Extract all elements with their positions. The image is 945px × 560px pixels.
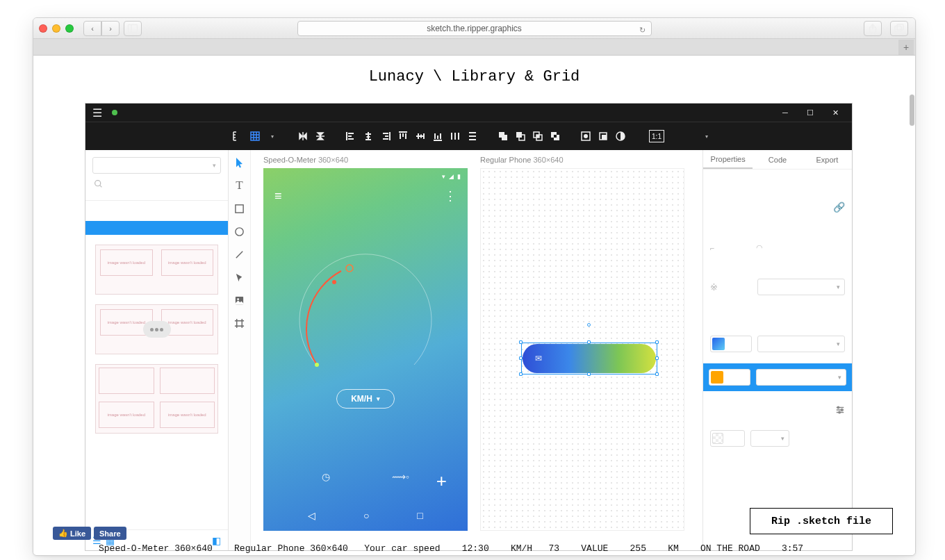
page-list: image wasn't loaded image wasn't loaded …	[85, 200, 228, 529]
border-dropdown[interactable]: ▾	[750, 430, 789, 447]
align-right-icon[interactable]	[379, 130, 392, 142]
maximize-button[interactable]: ☐	[798, 104, 823, 121]
rect-tool-icon[interactable]	[233, 201, 247, 215]
svg-rect-16	[236, 204, 243, 212]
minimize-button[interactable]: ─	[773, 104, 798, 121]
svg-point-23	[837, 406, 839, 409]
svg-point-11	[584, 134, 588, 138]
close-window-button[interactable]	[39, 24, 47, 33]
app-toolbar: ▾	[85, 122, 852, 150]
page-picker-input[interactable]: ▾	[92, 157, 221, 174]
artboard-dims: 360×640	[318, 156, 348, 164]
scrollbar-thumb[interactable]	[910, 94, 914, 126]
distribute-h-icon[interactable]	[449, 130, 461, 142]
new-tab-button[interactable]: +	[898, 40, 914, 55]
fill-settings-icon[interactable]	[710, 402, 845, 420]
url-text: sketch.the.ripper.graphics	[427, 24, 522, 33]
artboard-regular-phone[interactable]: ✉	[480, 168, 684, 531]
inventory-line: Speed-O-Meter 360×640 Regular Phone 360×…	[99, 543, 887, 554]
thumbs-up-icon: 👍	[58, 529, 68, 538]
pen-tool-icon[interactable]	[233, 270, 247, 284]
border-swatch[interactable]	[710, 430, 745, 447]
left-panel: ▾ image wasn't loaded image wasn't loade…	[85, 150, 229, 550]
align-hcenter-icon[interactable]	[362, 130, 375, 142]
svg-rect-0	[129, 24, 138, 32]
bool-subtract-icon[interactable]	[514, 130, 527, 142]
flip-v-icon[interactable]	[314, 130, 327, 142]
hamburger-icon[interactable]: ☰	[92, 106, 102, 120]
link-icon[interactable]: 🔗	[710, 201, 845, 233]
thumb-placeholder: image wasn't loaded	[161, 249, 214, 276]
align-bottom-icon[interactable]	[432, 130, 444, 142]
page-thumb[interactable]: image wasn't loaded image wasn't loaded	[95, 245, 218, 295]
align-top-icon[interactable]	[397, 130, 409, 142]
fb-share-button[interactable]: Share	[94, 527, 126, 540]
svg-rect-9	[536, 135, 539, 138]
fill-row-selected[interactable]: ▾	[703, 363, 852, 391]
address-bar[interactable]: sketch.the.ripper.graphics ↻	[297, 21, 652, 36]
zoom-dropdown-icon[interactable]: ▾	[700, 130, 713, 142]
status-bar: ▾◢▮	[263, 168, 468, 182]
ruler-icon[interactable]	[231, 130, 244, 142]
crop-icon[interactable]	[597, 130, 609, 142]
align-vcenter-icon[interactable]	[414, 130, 427, 142]
text-tool-icon[interactable]: T	[233, 179, 247, 192]
artboard-tool-icon[interactable]	[233, 316, 247, 330]
page-thumb[interactable]: image wasn't loaded image wasn't loaded	[95, 304, 218, 354]
bool-intersect-icon[interactable]	[532, 130, 544, 142]
canvas[interactable]: Speed-O-Meter 360×640 Regular Phone 360×…	[251, 150, 702, 550]
image-tool-icon[interactable]	[233, 293, 247, 307]
tab-code[interactable]: Code	[753, 150, 802, 169]
share-button[interactable]	[864, 21, 882, 36]
maximize-window-button[interactable]	[65, 24, 74, 33]
tabs-button[interactable]	[890, 21, 908, 36]
search-icon[interactable]	[94, 179, 228, 190]
select-tool-icon[interactable]	[233, 156, 247, 170]
sidebar-toggle-button[interactable]	[124, 21, 142, 36]
fb-like-button[interactable]: 👍Like	[53, 527, 91, 540]
tab-properties[interactable]: Properties	[703, 150, 753, 169]
close-button[interactable]: ✕	[823, 104, 848, 121]
mask-icon[interactable]	[580, 130, 592, 142]
fill-mode-dropdown[interactable]: ▾	[756, 369, 846, 386]
flip-h-icon[interactable]	[297, 130, 309, 142]
grid-dropdown-icon[interactable]: ▾	[266, 130, 279, 142]
saved-indicator-icon	[112, 110, 117, 115]
blend-dropdown[interactable]: ▾	[757, 279, 845, 295]
route-icon: ⟿◦	[392, 471, 409, 482]
bool-difference-icon[interactable]	[549, 130, 561, 142]
page-title: Lunacy \ Library & Grid	[33, 56, 915, 94]
bool-union-icon[interactable]	[497, 130, 509, 142]
artboard-dims: 360×640	[533, 156, 563, 164]
minimize-window-button[interactable]	[52, 24, 60, 33]
align-left-icon[interactable]	[345, 130, 357, 142]
oval-tool-icon[interactable]	[233, 224, 247, 238]
artboard-speedometer[interactable]: ▾◢▮ ≡ ⋮ KM/H▾	[263, 168, 468, 531]
signal-icon: ◢	[449, 173, 454, 180]
blend-icon: ※	[710, 282, 752, 293]
svg-point-24	[841, 409, 843, 411]
page-thumb[interactable]: image wasn't loadedimage wasn't loaded	[95, 364, 218, 434]
distribute-v-icon[interactable]	[466, 130, 479, 142]
fill-mode-dropdown[interactable]: ▾	[757, 336, 845, 352]
fill-swatch[interactable]	[710, 336, 752, 352]
svg-point-20	[315, 363, 319, 367]
rip-sketch-button[interactable]: Rip .sketch file	[750, 508, 893, 534]
selection-box	[521, 343, 657, 374]
svg-rect-4	[897, 24, 903, 30]
contrast-icon[interactable]	[614, 130, 627, 142]
zoom-11-icon[interactable]: 1:1	[649, 130, 664, 142]
forward-button[interactable]: ›	[101, 21, 120, 36]
artboard-name: Speed-O-Meter	[263, 156, 316, 164]
gauge-icon	[293, 243, 438, 389]
reload-icon[interactable]: ↻	[639, 23, 646, 37]
tab-export[interactable]: Export	[803, 150, 852, 169]
comment-bubble-icon	[143, 321, 171, 338]
tool-rail: T	[229, 150, 251, 550]
grid-icon[interactable]	[249, 130, 261, 142]
svg-rect-13	[602, 135, 607, 140]
back-button[interactable]: ‹	[83, 21, 101, 36]
line-tool-icon[interactable]	[233, 247, 247, 261]
list-item[interactable]	[85, 221, 228, 235]
fill-swatch[interactable]	[709, 369, 750, 386]
